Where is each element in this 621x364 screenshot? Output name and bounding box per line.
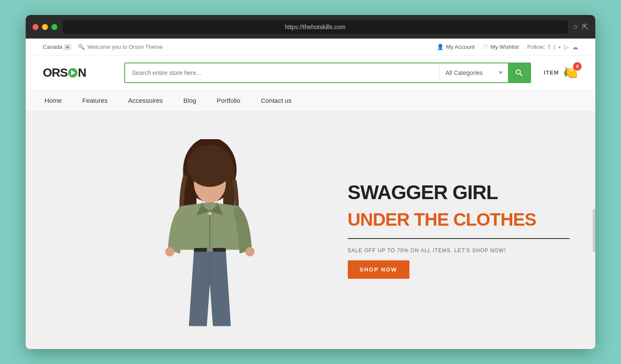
cart-badge: 0 [573,62,582,71]
top-bar: Canada + 🔍 Welcome you to Orson Theme 👤 … [26,39,595,56]
facebook-icon[interactable]: f [548,44,550,51]
search-icon[interactable]: ○ [573,22,578,32]
my-account-link[interactable]: 👤 My Account [437,44,475,50]
shop-now-button[interactable]: SHOP NOW [348,260,409,279]
follow-label: Follow: [527,44,545,50]
globe-icon[interactable]: ☁ [572,44,578,51]
nav-item-accessoires[interactable]: Accessoires [126,90,164,111]
traffic-lights [33,24,57,30]
country-label: Canada [43,44,63,50]
hero-title-main: SWAGGER GIRL [348,182,570,203]
nav-item-portfolio[interactable]: Portfolio [215,90,242,111]
country-badge: + [64,44,71,50]
search-button[interactable] [508,63,530,82]
url-text: https://thehotskills.com [285,24,346,30]
address-bar[interactable]: https://thehotskills.com [63,20,568,34]
user-icon: 👤 [437,44,444,50]
nav-item-home[interactable]: Home [43,90,63,111]
follow-section: Follow: f t ▪ ▷ ☁ [527,44,578,51]
nav-item-features[interactable]: Features [81,90,109,111]
nav-bar: Home Features Accessoires Blog Portfolio… [26,90,595,111]
browser-chrome: https://thehotskills.com ○ ⇱ [26,15,595,39]
search-bar: All Categories Accessories Blog Portfoli… [124,63,531,83]
heart-icon: ♡ [483,44,488,50]
hero-title-sub: UNDER THE CLOTHES [348,210,570,230]
search-small-icon: 🔍 [78,44,85,50]
twitter-icon[interactable]: t [553,44,555,51]
browser-actions: ○ ⇱ [573,22,588,32]
header: ORS N All Categories Accessories Blog Po… [26,56,595,90]
hero-figure-svg [141,139,278,349]
my-wishlist-link[interactable]: ♡ My Wishlist [483,44,519,50]
category-select[interactable]: All Categories Accessories Blog Portfoli… [439,63,508,82]
minimize-button[interactable] [42,24,48,30]
search-input[interactable] [125,63,439,82]
country-selector[interactable]: Canada + [43,44,71,50]
expand-icon[interactable]: ⇱ [582,22,588,32]
cart-icon-wrapper: 🍋 0 [563,66,578,80]
browser-window: https://thehotskills.com ○ ⇱ Canada + 🔍 … [26,15,595,349]
hero-divider [348,238,570,239]
svg-point-13 [165,247,174,256]
cart-item-label: ITEM [544,69,559,76]
instagram-icon[interactable]: ▪ [558,44,561,51]
hero-content: SWAGGER GIRL UNDER THE CLOTHES SALE OFF … [339,182,596,279]
logo-text-after: N [78,66,86,80]
hero-description: SALE OFF UP TO 70% ON ALL ITEMS. LET'S S… [348,248,570,254]
logo-text-before: ORS [43,66,68,80]
logo[interactable]: ORS N [43,66,111,80]
svg-point-0 [516,70,520,74]
scrollbar[interactable] [593,209,595,252]
site-wrapper: Canada + 🔍 Welcome you to Orson Theme 👤 … [26,39,595,349]
svg-point-7 [187,145,233,187]
svg-point-14 [245,247,254,256]
nav-item-contact[interactable]: Contact us [259,90,293,111]
hero-section: SWAGGER GIRL UNDER THE CLOTHES SALE OFF … [26,111,595,349]
fullscreen-button[interactable] [51,24,57,30]
svg-line-1 [520,74,522,76]
search-glass-icon [515,69,523,77]
top-bar-left: Canada + 🔍 Welcome you to Orson Theme [43,44,163,50]
cart-section[interactable]: ITEM 🍋 0 [544,66,578,80]
nav-item-blog[interactable]: Blog [182,90,198,111]
vimeo-icon[interactable]: ▷ [564,44,569,51]
svg-point-15 [208,212,211,215]
top-bar-right: 👤 My Account ♡ My Wishlist Follow: f t ▪… [437,44,578,51]
logo-play-icon [68,68,78,78]
welcome-text: 🔍 Welcome you to Orson Theme [78,44,163,50]
hero-image [26,111,339,349]
close-button[interactable] [33,24,39,30]
